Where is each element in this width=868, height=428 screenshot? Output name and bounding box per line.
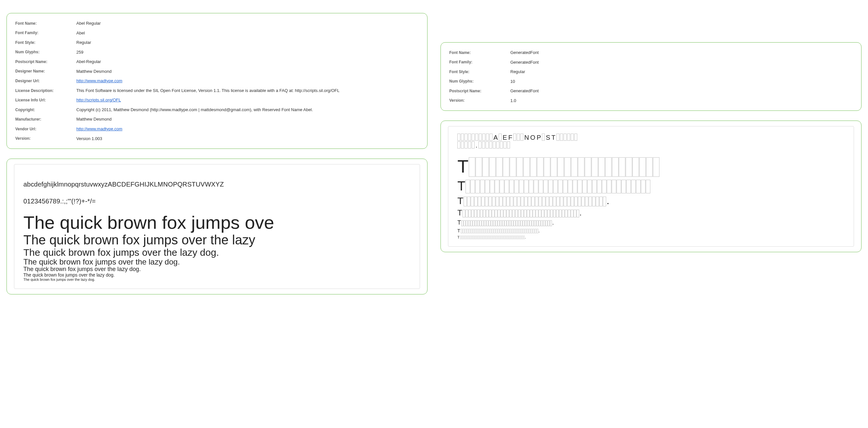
missing-glyph-box bbox=[523, 229, 525, 233]
meta-row: Font Name:GeneratedFont bbox=[448, 48, 854, 58]
missing-glyph-box bbox=[583, 180, 587, 193]
missing-glyph-box bbox=[536, 210, 538, 217]
meta-row: Manufacturer:Matthew Desmond bbox=[14, 114, 420, 124]
missing-glyph-box bbox=[499, 196, 502, 206]
missing-glyph-box bbox=[496, 229, 497, 233]
meta-label: License Info Url: bbox=[14, 95, 75, 105]
missing-glyph-box bbox=[473, 236, 474, 239]
missing-glyph-box bbox=[513, 133, 516, 141]
missing-glyph-box bbox=[587, 180, 592, 193]
gen-charset-block: AEFNOPST. bbox=[457, 133, 845, 149]
waterfall-line-2: The quick brown fox jumps over the lazy bbox=[23, 233, 411, 247]
missing-glyph-box bbox=[483, 236, 484, 239]
missing-glyph-box bbox=[536, 220, 538, 226]
charset-line-1: abcdefghijklmnopqrstuvwxyzABCDEFGHIJKLMN… bbox=[23, 181, 224, 188]
missing-glyph-box bbox=[532, 220, 534, 226]
missing-glyph-box bbox=[574, 196, 578, 206]
meta-label: Vendor Url: bbox=[14, 124, 75, 134]
missing-glyph-box bbox=[509, 180, 514, 193]
missing-glyph-box bbox=[558, 180, 563, 193]
meta-value: GeneratedFont bbox=[509, 48, 854, 58]
missing-glyph-box bbox=[599, 196, 602, 206]
missing-glyph-box bbox=[474, 229, 476, 233]
missing-glyph-box bbox=[560, 133, 563, 141]
missing-glyph-box bbox=[639, 157, 646, 177]
missing-glyph-box bbox=[498, 229, 499, 233]
missing-glyph-box bbox=[466, 180, 470, 193]
meta-link[interactable]: http://www.madtype.com bbox=[76, 78, 122, 83]
missing-glyph-box bbox=[571, 196, 574, 206]
missing-glyph-box bbox=[517, 196, 520, 206]
waterfall-trailing-period: . bbox=[607, 195, 609, 206]
missing-glyph-box bbox=[475, 236, 476, 239]
missing-glyph-box bbox=[530, 157, 537, 177]
missing-glyph-box bbox=[486, 220, 488, 226]
missing-glyph-box bbox=[476, 236, 477, 239]
missing-glyph-box bbox=[490, 180, 494, 193]
missing-glyph-box bbox=[482, 229, 484, 233]
missing-glyph-box bbox=[636, 180, 641, 193]
missing-glyph-box bbox=[556, 133, 559, 141]
missing-glyph-box bbox=[504, 236, 505, 239]
missing-glyph-box bbox=[574, 210, 576, 217]
meta-value: Matthew Desmond bbox=[75, 67, 420, 77]
missing-glyph-box bbox=[484, 236, 486, 239]
missing-glyph-box bbox=[520, 133, 523, 141]
missing-glyph-box bbox=[509, 220, 511, 226]
missing-glyph-box bbox=[471, 210, 474, 217]
meta-value: Copyright (c) 2011, Matthew Desmond (htt… bbox=[75, 105, 420, 115]
missing-glyph-box bbox=[468, 236, 469, 239]
missing-glyph-box bbox=[560, 196, 563, 206]
missing-glyph-box bbox=[578, 180, 582, 193]
meta-link[interactable]: http://scripts.sil.org/OFL bbox=[76, 97, 121, 102]
waterfall-line-1: The quick brown fox jumps ove bbox=[23, 213, 411, 233]
missing-glyph-box bbox=[527, 229, 529, 233]
waterfall-line-4: The quick brown fox jumps over the lazy … bbox=[23, 258, 411, 266]
missing-glyph-box bbox=[568, 210, 570, 217]
missing-glyph-box bbox=[537, 157, 544, 177]
missing-glyph-box bbox=[468, 133, 471, 141]
missing-glyph-box bbox=[493, 236, 494, 239]
meta-row: Copyright:Copyright (c) 2011, Matthew De… bbox=[14, 105, 420, 115]
missing-glyph-box bbox=[528, 196, 531, 206]
right-font-sample-card: AEFNOPST. TTT.T.T.T.T. bbox=[440, 121, 862, 252]
missing-glyph-box bbox=[585, 157, 591, 177]
missing-glyph-box bbox=[464, 196, 467, 206]
missing-glyph-box bbox=[538, 196, 542, 206]
meta-row: Font Style:Regular bbox=[448, 67, 854, 77]
missing-glyph-box bbox=[500, 180, 504, 193]
meta-row: Font Family:Abel bbox=[14, 28, 420, 38]
meta-value: GeneratedFont bbox=[509, 86, 854, 96]
missing-glyph-box bbox=[511, 229, 513, 233]
missing-glyph-box bbox=[505, 236, 507, 239]
meta-row: Version:Version 1.003 bbox=[14, 134, 420, 144]
missing-glyph-box bbox=[512, 236, 513, 239]
missing-glyph-box bbox=[619, 157, 625, 177]
meta-row: Postscript Name:GeneratedFont bbox=[448, 86, 854, 96]
missing-glyph-box bbox=[509, 210, 512, 217]
meta-link[interactable]: http://www.madtype.com bbox=[76, 126, 122, 131]
missing-glyph-box bbox=[471, 236, 473, 239]
meta-label: Font Style: bbox=[14, 38, 75, 48]
present-glyph: N bbox=[524, 134, 529, 141]
missing-glyph-box bbox=[493, 141, 496, 149]
meta-label: Num Glyphs: bbox=[448, 77, 509, 87]
missing-glyph-box bbox=[474, 196, 477, 206]
waterfall-line-6: The quick brown fox jumps over the lazy … bbox=[23, 273, 411, 278]
missing-glyph-box bbox=[550, 220, 552, 226]
missing-glyph-box bbox=[468, 141, 471, 149]
gen-waterfall-line: T. bbox=[457, 235, 845, 239]
missing-glyph-box bbox=[565, 210, 567, 217]
missing-glyph-box bbox=[468, 220, 470, 226]
missing-glyph-box bbox=[488, 229, 490, 233]
missing-glyph-box bbox=[477, 220, 479, 226]
missing-glyph-box bbox=[479, 133, 482, 141]
missing-glyph-box bbox=[529, 220, 531, 226]
missing-glyph-box bbox=[467, 196, 470, 206]
missing-glyph-box bbox=[504, 180, 509, 193]
missing-glyph-box bbox=[483, 157, 489, 177]
missing-glyph-box bbox=[573, 180, 577, 193]
meta-label: Postscript Name: bbox=[14, 57, 75, 67]
missing-glyph-box bbox=[607, 180, 611, 193]
missing-glyph-box bbox=[492, 229, 493, 233]
